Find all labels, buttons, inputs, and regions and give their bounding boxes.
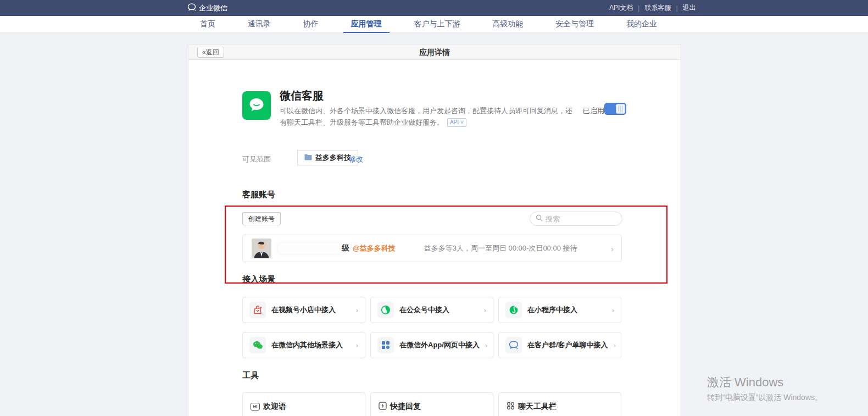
chevron-right-icon: › [612,306,614,314]
avatar [252,238,271,258]
section-heading-scenes: 接入场景 [242,274,275,285]
scene-card-label: 在视频号小店中接入 [271,305,336,315]
tool-card-welcome[interactable]: HI 欢迎语 客户进入咨询会话时，将收到欢迎语。欢迎语支持添加活动问卷等，添加后… [242,392,365,416]
nav-contacts[interactable]: 通讯录 [240,16,279,33]
chat-bubble-icon [187,3,196,13]
scene-card-external-app[interactable]: 在微信外App/网页中接入 › [370,332,493,358]
account-name-tail: 级 [342,243,349,253]
video-shop-icon [249,302,266,318]
scene-card-official-account[interactable]: 在公众号中接入 › [370,297,493,323]
nav-home[interactable]: 首页 [192,16,223,33]
chevron-right-icon: › [484,306,486,314]
nav-customers[interactable]: 客户与上下游 [406,16,468,33]
topbar-links: API文档 | 联系客服 | 退出 [604,0,701,16]
create-account-button[interactable]: 创建账号 [242,212,281,225]
enable-toggle[interactable] [604,103,626,115]
windows-activation-watermark: 激活 Windows 转到“电脑设置”以激活 Windows。 [707,374,822,403]
tool-card-title: 欢迎语 [263,402,286,412]
tool-card-title: 聊天工具栏 [518,402,557,412]
chevron-right-icon: › [356,306,358,314]
status-label: 已启用 [583,106,604,116]
logout-link[interactable]: 退出 [678,3,701,13]
chat-toolbar-icon [507,402,515,412]
mini-program-icon [505,302,522,318]
scene-card-grid: 在视频号小店中接入 › 在公众号中接入 › 在小程序中接入 › [242,297,622,358]
scene-card-mini-program[interactable]: 在小程序中接入 › [498,297,621,323]
contact-support-link[interactable]: 联系客服 [639,3,676,13]
visibility-label: 可见范围 [242,154,271,164]
visibility-edit-link[interactable]: 修改 [349,154,363,164]
tool-card-title: 快捷回复 [390,402,421,412]
chevron-right-icon: › [611,244,614,253]
chevron-right-icon: › [485,341,487,350]
page-title: 应用详情 [188,45,681,60]
main-nav: 首页 通讯录 协作 应用管理 客户与上下游 高级功能 安全与管理 我的企业 [0,16,868,33]
watermark-subtitle: 转到“电脑设置”以激活 Windows。 [707,393,822,403]
scene-card-label: 在公众号中接入 [399,305,449,315]
app-detail-panel: «返回 应用详情 微信客服 可以在微信内、外各个场景中接入微信客服，用户发起咨询… [188,44,681,416]
search-input[interactable] [546,215,611,223]
topbar: 企业微信 API文档 | 联系客服 | 退出 [0,0,868,16]
api-docs-link[interactable]: API文档 [604,3,638,13]
app-description: 可以在微信内、外各个场景中接入微信客服，用户发起咨询，配置接待人员即可回复消息，… [280,105,579,128]
section-heading-tools: 工具 [242,370,259,381]
account-search[interactable] [530,212,622,226]
scene-card-label: 在小程序中接入 [527,305,577,315]
official-account-icon [377,302,394,318]
service-account-row[interactable]: 级 @益多多科技 益多多等3人，周一至周日 00:00-次日00:00 接待 › [242,235,622,262]
scene-card-label: 在微信外App/网页中接入 [399,340,480,350]
visibility-scope-name: 益多多科技 [315,153,351,163]
folder-icon [304,154,312,162]
app-grid-icon [377,337,394,353]
scene-card-customer-chat[interactable]: 在客户群/客户单聊中接入 › [498,332,621,358]
nav-security[interactable]: 安全与管理 [548,16,602,33]
api-tag[interactable]: API ˅ [447,118,466,127]
redacted-account-name [278,243,343,254]
chevron-right-icon: › [614,341,616,350]
page: 企业微信 API文档 | 联系客服 | 退出 首页 通讯录 协作 应用管理 客户… [0,0,868,416]
wechat-customer-service-app-icon [242,91,271,120]
scene-card-label: 在微信内其他场景接入 [271,340,343,350]
tool-card-chat-toolbar[interactable]: 聊天工具栏 企业可将应用页面配置到聊天工具栏，方便接待人员在客服聊天中查看和使用… [498,392,621,416]
hi-icon: HI [251,403,260,411]
brand-logo[interactable]: 企业微信 [187,0,227,16]
nav-advanced[interactable]: 高级功能 [485,16,531,33]
panel-body: 微信客服 可以在微信内、外各个场景中接入微信客服，用户发起咨询，配置接待人员即可… [188,60,681,416]
panel-header: «返回 应用详情 [188,45,681,60]
scene-card-wechat-other[interactable]: 在微信内其他场景接入 › [242,332,365,358]
tool-card-grid: HI 欢迎语 客户进入咨询会话时，将收到欢迎语。欢迎语支持添加活动问卷等，添加后… [242,392,622,416]
scene-card-video-shop[interactable]: 在视频号小店中接入 › [242,297,365,323]
account-mention: @益多多科技 [353,243,396,253]
app-description-text: 可以在微信内、外各个场景中接入微信客服，用户发起咨询，配置接待人员即可回复消息，… [280,107,572,126]
scene-card-label: 在客户群/客户单聊中接入 [527,340,608,350]
account-schedule: 益多多等3人，周一至周日 00:00-次日00:00 接待 [424,243,577,253]
brand-name: 企业微信 [199,3,227,13]
section-heading-accounts: 客服账号 [242,190,275,200]
toggle-handle [616,104,625,114]
wechat-icon [249,337,266,353]
nav-my-company[interactable]: 我的企业 [619,16,665,33]
quick-reply-icon [379,402,387,412]
customer-chat-icon [505,337,522,353]
nav-app-management[interactable]: 应用管理 [343,16,390,33]
search-icon [536,214,543,224]
tool-card-quick-reply[interactable]: 快捷回复 企业可为接待人员统一配置快捷回复，接待人员还可自己添加，添加后，接待人… [370,392,493,416]
chevron-right-icon: › [356,341,358,350]
app-name: 微信客服 [280,88,324,103]
watermark-title: 激活 Windows [707,374,822,391]
nav-items: 首页 通讯录 协作 应用管理 客户与上下游 高级功能 安全与管理 我的企业 [192,16,665,33]
nav-collaboration[interactable]: 协作 [296,16,326,33]
